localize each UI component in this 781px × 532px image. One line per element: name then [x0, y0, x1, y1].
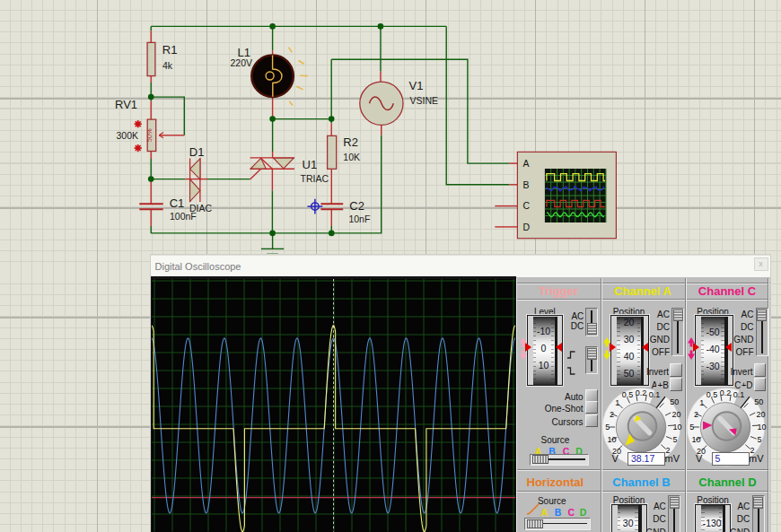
- svg-text:0.2: 0.2: [719, 388, 731, 397]
- svg-text:1: 1: [615, 398, 619, 407]
- svg-text:10nF: 10nF: [348, 214, 370, 224]
- svg-text:V1: V1: [409, 79, 424, 92]
- svg-text:50%: 50%: [145, 128, 154, 142]
- svg-text:10: 10: [757, 423, 766, 432]
- svg-text:2: 2: [693, 409, 698, 418]
- svg-text:5: 5: [672, 435, 677, 444]
- svg-text:10: 10: [607, 435, 616, 444]
- svg-text:10: 10: [691, 435, 700, 444]
- svg-text:VSINE: VSINE: [410, 95, 439, 106]
- svg-text:10: 10: [672, 423, 681, 432]
- svg-text:D: D: [523, 222, 531, 232]
- svg-text:0.2: 0.2: [636, 388, 647, 397]
- svg-text:U1: U1: [303, 158, 318, 171]
- svg-text:RV1: RV1: [115, 98, 137, 111]
- svg-text:220V: 220V: [231, 57, 253, 68]
- svg-text:C1: C1: [170, 196, 185, 210]
- svg-text:1: 1: [699, 398, 704, 407]
- svg-text:20: 20: [756, 410, 765, 419]
- svg-text:0.5: 0.5: [622, 390, 634, 399]
- svg-text:C2: C2: [349, 199, 364, 213]
- svg-text:R2: R2: [343, 135, 358, 149]
- svg-text:TRIAC: TRIAC: [301, 173, 329, 184]
- svg-text:50: 50: [754, 397, 763, 406]
- svg-text:100nF: 100nF: [170, 211, 197, 222]
- svg-text:5: 5: [757, 435, 761, 444]
- svg-text:C: C: [523, 200, 531, 211]
- svg-text:5: 5: [605, 423, 610, 432]
- svg-text:50: 50: [670, 397, 679, 406]
- svg-text:300K: 300K: [117, 130, 139, 141]
- svg-text:0.1: 0.1: [733, 390, 744, 399]
- svg-text:20: 20: [672, 410, 681, 419]
- svg-text:A: A: [523, 158, 530, 169]
- svg-text:0.1: 0.1: [649, 390, 661, 399]
- svg-text:0.5: 0.5: [706, 390, 717, 399]
- svg-text:5: 5: [689, 423, 694, 432]
- svg-text:R1: R1: [162, 43, 178, 57]
- svg-text:10K: 10K: [343, 152, 360, 162]
- svg-text:4k: 4k: [162, 60, 173, 71]
- svg-text:D1: D1: [189, 145, 205, 159]
- svg-text:B: B: [523, 179, 530, 190]
- svg-text:2: 2: [610, 409, 614, 418]
